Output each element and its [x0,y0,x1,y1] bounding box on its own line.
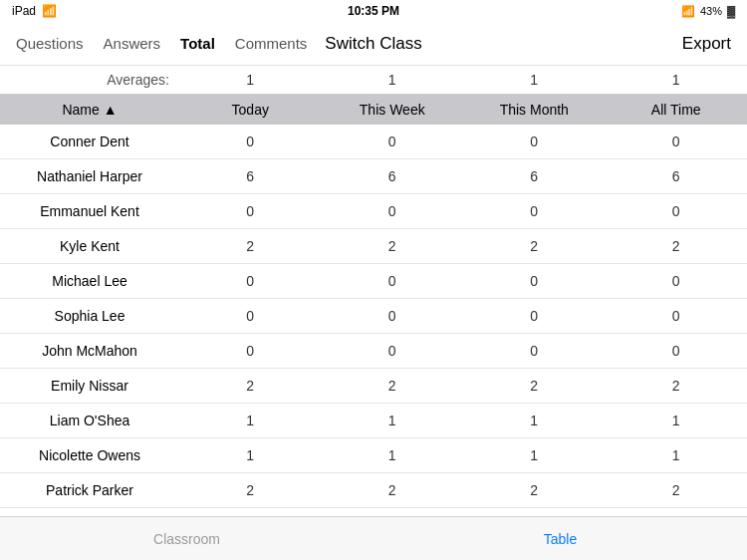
table-row[interactable]: Nathaniel Harper 6 6 6 6 [0,159,747,194]
cell-this-month: 2 [463,238,606,254]
cell-name: Sophia Lee [0,308,179,324]
col-this-month[interactable]: This Month [463,102,606,118]
tab-bar-classroom[interactable]: Classroom [0,531,374,547]
cell-today: 6 [179,168,322,184]
averages-label: Averages: [0,72,179,88]
cell-all-time: 6 [606,168,748,184]
cell-this-month: 2 [463,378,606,394]
cell-this-week: 0 [322,343,464,359]
cell-name: Emily Nissar [0,378,179,394]
export-button[interactable]: Export [682,34,731,54]
status-time: 10:35 PM [348,4,399,18]
cell-this-month: 0 [463,343,606,359]
status-bar: iPad 📶 10:35 PM 📶 43% ▓ [0,0,747,22]
table-row[interactable]: Conner Dent 0 0 0 0 [0,125,747,159]
cell-name: Liam O'Shea [0,413,179,428]
cell-name: John McMahon [0,343,179,359]
cell-all-time: 0 [606,203,748,219]
cell-this-week: 1 [322,413,464,428]
nav-tabs: Questions Answers Total Comments [16,35,307,52]
averages-row: Averages: 1 1 1 1 [0,66,747,95]
cell-this-week: 1 [322,447,464,463]
bluetooth-icon: 📶 [681,5,695,18]
avg-this-month: 1 [463,72,606,88]
table-row[interactable]: Liam O'Shea 1 1 1 1 [0,404,747,438]
col-name[interactable]: Name ▲ [0,102,179,118]
cell-today: 0 [179,134,322,149]
table-row[interactable]: Kyle Kent 2 2 2 2 [0,229,747,264]
cell-name: Nicolette Owens [0,447,179,463]
table-row[interactable]: Emmanuel Kent 0 0 0 0 [0,194,747,229]
cell-today: 1 [179,447,322,463]
avg-all-time: 1 [606,72,748,88]
tab-answers[interactable]: Answers [104,35,161,52]
tab-total[interactable]: Total [180,35,215,52]
cell-today: 0 [179,308,322,324]
battery-icon: ▓ [727,5,735,17]
cell-today: 2 [179,482,322,498]
status-right: 📶 43% ▓ [681,5,735,18]
cell-all-time: 1 [606,447,748,463]
table-row[interactable]: Emily Nissar 2 2 2 2 [0,369,747,404]
cell-today: 1 [179,413,322,428]
table-row[interactable]: John McMahon 0 0 0 0 [0,334,747,369]
cell-this-week: 0 [322,203,464,219]
tab-bar: Classroom Table [0,516,747,560]
cell-all-time: 0 [606,343,748,359]
avg-this-week: 1 [322,72,464,88]
page-title: Switch Class [325,34,421,54]
wifi-icon: 📶 [42,4,57,18]
cell-all-time: 0 [606,134,748,149]
cell-this-week: 0 [322,308,464,324]
nav-bar: Questions Answers Total Comments Switch … [0,22,747,66]
cell-name: Kyle Kent [0,238,179,254]
col-this-week[interactable]: This Week [322,102,464,118]
cell-today: 2 [179,238,322,254]
ipad-label: iPad [12,4,36,18]
cell-all-time: 2 [606,378,748,394]
tab-comments[interactable]: Comments [235,35,308,52]
cell-this-week: 0 [322,273,464,289]
table-row[interactable]: Michael Lee 0 0 0 0 [0,264,747,299]
cell-today: 0 [179,203,322,219]
table-row[interactable]: Sophia Lee 0 0 0 0 [0,299,747,334]
cell-this-month: 2 [463,482,606,498]
status-left: iPad 📶 [12,4,57,18]
table-body: Conner Dent 0 0 0 0 Nathaniel Harper 6 6… [0,125,747,543]
battery-level: 43% [700,5,722,17]
tab-bar-table[interactable]: Table [374,531,747,547]
cell-all-time: 2 [606,238,748,254]
cell-this-month: 1 [463,413,606,428]
col-all-time[interactable]: All Time [606,102,748,118]
cell-all-time: 1 [606,413,748,428]
cell-name: Patrick Parker [0,482,179,498]
cell-name: Michael Lee [0,273,179,289]
cell-this-week: 2 [322,238,464,254]
cell-name: Nathaniel Harper [0,168,179,184]
cell-this-week: 2 [322,378,464,394]
table-header: Name ▲ Today This Week This Month All Ti… [0,95,747,125]
cell-this-month: 1 [463,447,606,463]
cell-this-week: 0 [322,134,464,149]
avg-today: 1 [179,72,322,88]
cell-today: 0 [179,273,322,289]
cell-name: Emmanuel Kent [0,203,179,219]
cell-this-week: 6 [322,168,464,184]
cell-this-month: 0 [463,203,606,219]
cell-this-month: 0 [463,273,606,289]
cell-today: 2 [179,378,322,394]
col-today[interactable]: Today [179,102,322,118]
cell-all-time: 0 [606,308,748,324]
cell-all-time: 0 [606,273,748,289]
cell-this-month: 6 [463,168,606,184]
table-row[interactable]: Patrick Parker 2 2 2 2 [0,473,747,508]
tab-questions[interactable]: Questions [16,35,84,52]
cell-today: 0 [179,343,322,359]
cell-this-month: 0 [463,308,606,324]
cell-this-month: 0 [463,134,606,149]
cell-this-week: 2 [322,482,464,498]
cell-name: Conner Dent [0,134,179,149]
table-row[interactable]: Nicolette Owens 1 1 1 1 [0,438,747,473]
cell-all-time: 2 [606,482,748,498]
